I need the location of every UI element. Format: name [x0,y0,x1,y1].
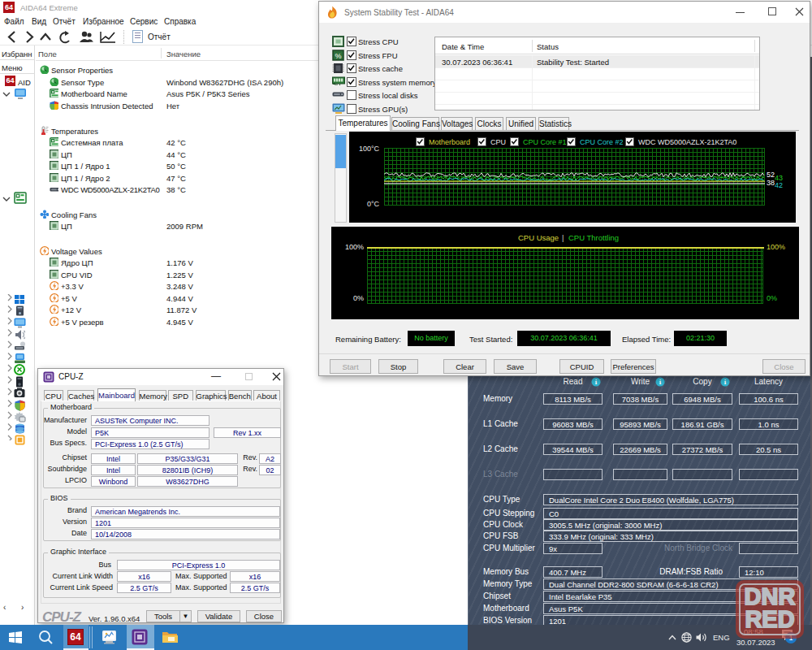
svg-text:%: % [335,51,341,59]
